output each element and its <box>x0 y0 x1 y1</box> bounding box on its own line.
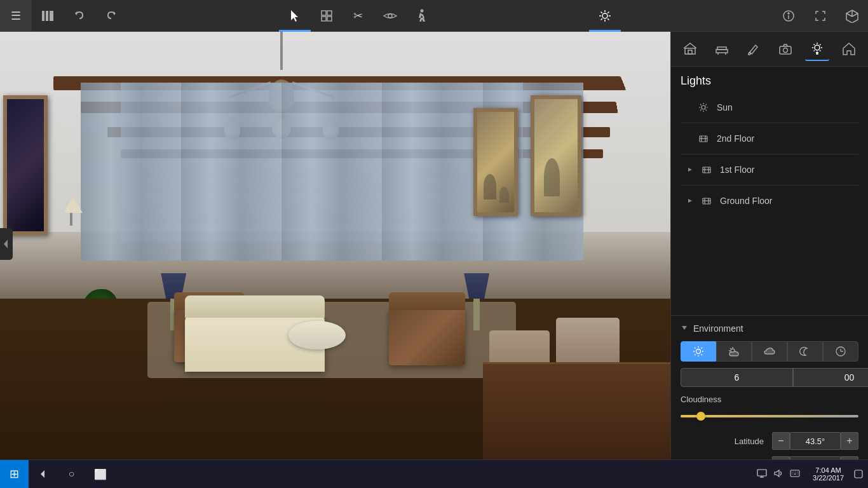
ground-floor-label: Ground Floor <box>720 196 855 206</box>
eye-icon[interactable] <box>374 0 406 32</box>
undo-icon[interactable] <box>64 0 95 32</box>
svg-rect-1 <box>46 11 48 21</box>
hour-input[interactable] <box>681 368 793 387</box>
cloudy-btn[interactable] <box>752 341 787 362</box>
floor-light-icon-ground <box>700 194 714 208</box>
scissors-icon[interactable]: ✂ <box>342 0 374 32</box>
cloudiness-slider[interactable] <box>681 409 858 422</box>
cloudiness-label: Cloudiness <box>681 395 858 404</box>
lights-section: Lights Sun <box>671 67 868 220</box>
info-icon[interactable] <box>773 0 804 32</box>
svg-rect-0 <box>42 11 44 21</box>
notification-icon[interactable] <box>849 460 868 489</box>
svg-line-73 <box>730 348 731 349</box>
grid-icon[interactable] <box>311 0 342 32</box>
svg-line-69 <box>695 355 696 356</box>
camera-tab-icon[interactable] <box>773 37 797 61</box>
library-icon[interactable] <box>32 0 64 32</box>
clear-sky-btn[interactable] <box>681 341 716 362</box>
latitude-increase-btn[interactable]: + <box>841 432 858 450</box>
partly-cloudy-btn[interactable] <box>716 341 752 362</box>
minute-input[interactable] <box>793 368 868 387</box>
1st-floor-label: 1st Floor <box>720 165 855 175</box>
3d-cube-icon[interactable] <box>836 0 868 32</box>
home-tab-icon[interactable] <box>837 37 861 61</box>
2nd-floor-label: 2nd Floor <box>717 133 855 144</box>
3d-viewport[interactable] <box>0 32 670 477</box>
svg-rect-80 <box>790 470 799 477</box>
clock-date: 3/22/2017 <box>813 474 844 482</box>
svg-line-67 <box>702 355 703 356</box>
redo-icon[interactable] <box>95 0 127 32</box>
svg-point-61 <box>696 349 701 354</box>
svg-rect-88 <box>855 470 862 478</box>
taskbar-multitask-btn[interactable]: ⬜ <box>86 460 114 489</box>
sun-icon[interactable] <box>589 0 621 32</box>
environment-title: Environment <box>693 323 743 334</box>
lights-tab-icon[interactable] <box>805 37 829 61</box>
left-wall-painting <box>3 95 48 235</box>
svg-rect-24 <box>717 47 726 50</box>
start-button[interactable]: ⊞ <box>0 460 29 489</box>
svg-line-47 <box>706 104 707 105</box>
svg-rect-3 <box>322 11 326 15</box>
svg-line-17 <box>601 18 602 20</box>
side-panel: Lights Sun <box>670 32 868 488</box>
system-clock[interactable]: 7:04 AM 3/22/2017 <box>808 466 849 482</box>
cloudiness-thumb[interactable] <box>696 412 705 421</box>
select-icon[interactable] <box>279 0 311 32</box>
svg-point-29 <box>815 45 820 50</box>
svg-rect-4 <box>327 11 332 15</box>
armchair-right <box>389 308 465 365</box>
custom-time-btn[interactable] <box>823 341 858 362</box>
night-btn[interactable] <box>787 341 823 362</box>
light-item-2nd-floor[interactable]: 2nd Floor <box>681 126 858 151</box>
lights-title: Lights <box>681 74 858 88</box>
menu-icon[interactable]: ☰ <box>0 0 32 32</box>
environment-header[interactable]: Environment <box>681 323 858 334</box>
latitude-decrease-btn[interactable]: − <box>772 432 790 450</box>
svg-line-15 <box>608 18 609 20</box>
panel-collapse-arrow[interactable] <box>0 228 13 260</box>
furniture-tab-icon[interactable] <box>710 37 734 61</box>
svg-rect-2 <box>50 11 53 21</box>
light-item-1st-floor[interactable]: 1st Floor <box>681 158 858 182</box>
taskbar-search-btn[interactable]: ○ <box>57 460 86 489</box>
svg-rect-6 <box>327 17 332 21</box>
right-wall-painting-2 <box>531 95 581 216</box>
svg-point-8 <box>420 9 423 12</box>
paint-tab-icon[interactable] <box>742 37 766 61</box>
expand-ground-floor-icon[interactable] <box>684 194 696 207</box>
latitude-label: Latitude <box>681 437 764 446</box>
svg-line-35 <box>820 50 821 51</box>
svg-line-66 <box>695 348 696 349</box>
svg-point-7 <box>388 14 392 18</box>
tray-keyboard-icon[interactable] <box>790 469 800 479</box>
clock-time: 7:04 AM <box>815 466 841 474</box>
floor-lamp-right <box>464 273 489 330</box>
floor-light-icon-2 <box>696 132 710 146</box>
panel-tab-bar <box>671 32 868 67</box>
tray-volume-icon[interactable] <box>773 469 783 480</box>
svg-point-28 <box>783 48 788 53</box>
build-tab-icon[interactable] <box>678 37 702 61</box>
svg-point-20 <box>788 13 789 14</box>
svg-line-34 <box>814 44 815 46</box>
svg-rect-22 <box>688 50 692 54</box>
sun-light-icon <box>696 100 710 114</box>
svg-line-16 <box>608 11 609 13</box>
tray-monitor-icon[interactable] <box>757 469 767 480</box>
expand-1st-floor-icon[interactable] <box>684 163 696 176</box>
svg-line-46 <box>706 110 707 111</box>
latitude-input[interactable] <box>790 432 841 450</box>
taskbar-back-btn[interactable] <box>29 460 57 489</box>
environment-mode-buttons <box>681 341 858 362</box>
svg-line-48 <box>700 110 702 111</box>
svg-line-45 <box>700 104 702 105</box>
light-item-sun[interactable]: Sun <box>681 95 858 119</box>
system-tray <box>749 469 808 480</box>
walk-icon[interactable] <box>406 0 438 32</box>
latitude-row: Latitude − + <box>681 432 858 450</box>
fullscreen-icon[interactable] <box>804 0 836 32</box>
light-item-ground-floor[interactable]: Ground Floor <box>681 189 858 213</box>
